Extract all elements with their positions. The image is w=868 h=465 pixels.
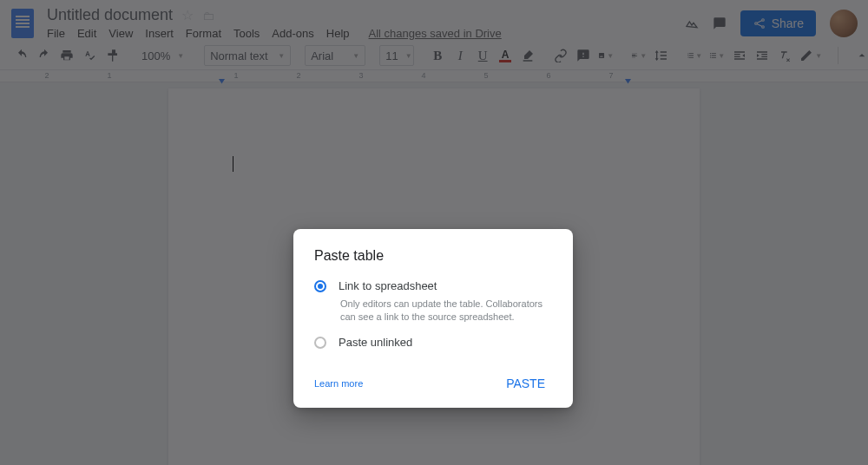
option-label: Link to spreadsheet xyxy=(339,279,437,292)
paste-table-dialog: Paste table Link to spreadsheet Only edi… xyxy=(293,229,573,408)
option-link-to-spreadsheet[interactable]: Link to spreadsheet xyxy=(314,279,552,292)
radio-icon[interactable] xyxy=(314,280,326,292)
learn-more-link[interactable]: Learn more xyxy=(314,378,363,389)
radio-icon[interactable] xyxy=(314,337,326,349)
dialog-title: Paste table xyxy=(314,248,552,264)
option-description: Only editors can update the table. Colla… xyxy=(340,298,552,324)
paste-button[interactable]: PASTE xyxy=(499,371,552,396)
option-paste-unlinked[interactable]: Paste unlinked xyxy=(314,336,552,349)
option-label: Paste unlinked xyxy=(339,336,412,349)
